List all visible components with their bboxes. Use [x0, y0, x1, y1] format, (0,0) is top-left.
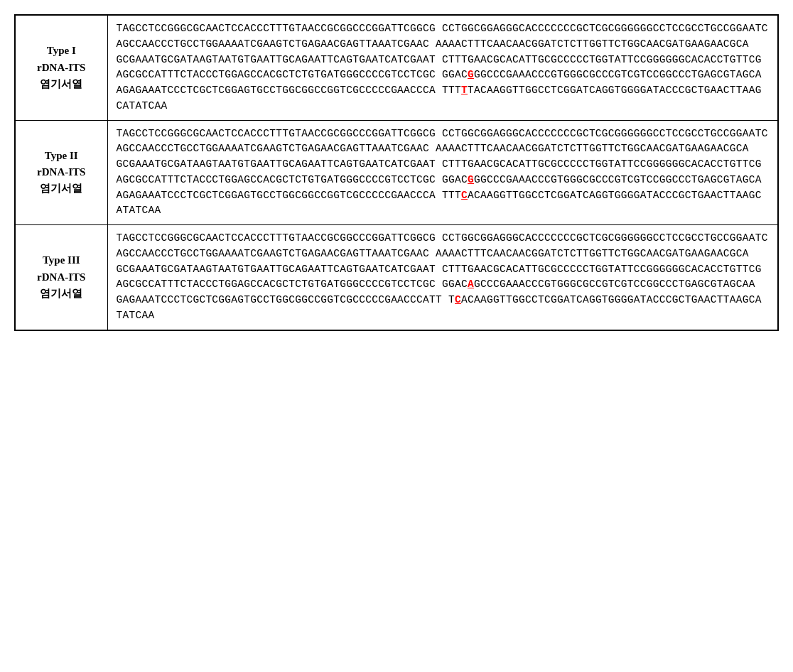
main-container: Type IrDNA-ITS염기서열TAGCCTCCGGGCGCAACTCCAC… — [14, 14, 779, 331]
highlighted-nucleotide: G — [468, 174, 474, 185]
label-cell-0: Type IrDNA-ITS염기서열 — [15, 15, 107, 120]
highlighted-nucleotide: T — [461, 85, 468, 96]
sequence-cell-1: TAGCCTCCGGGCGCAACTCCACCCTTTGTAACCGCGGCCC… — [107, 120, 778, 225]
sequence-cell-0: TAGCCTCCGGGCGCAACTCCACCCTTTGTAACCGCGGCCC… — [107, 15, 778, 120]
label-cell-2: Type IIIrDNA-ITS염기서열 — [15, 225, 107, 330]
highlighted-nucleotide: C — [455, 294, 461, 305]
highlighted-nucleotide: G — [468, 69, 474, 80]
highlighted-nucleotide: A — [468, 278, 474, 290]
highlighted-nucleotide: C — [461, 190, 468, 201]
sequence-cell-2: TAGCCTCCGGGCGCAACTCCACCCTTTGTAACCGCGGCCC… — [107, 225, 778, 330]
sequence-table: Type IrDNA-ITS염기서열TAGCCTCCGGGCGCAACTCCAC… — [14, 14, 779, 331]
label-cell-1: Type IIrDNA-ITS염기서열 — [15, 120, 107, 225]
